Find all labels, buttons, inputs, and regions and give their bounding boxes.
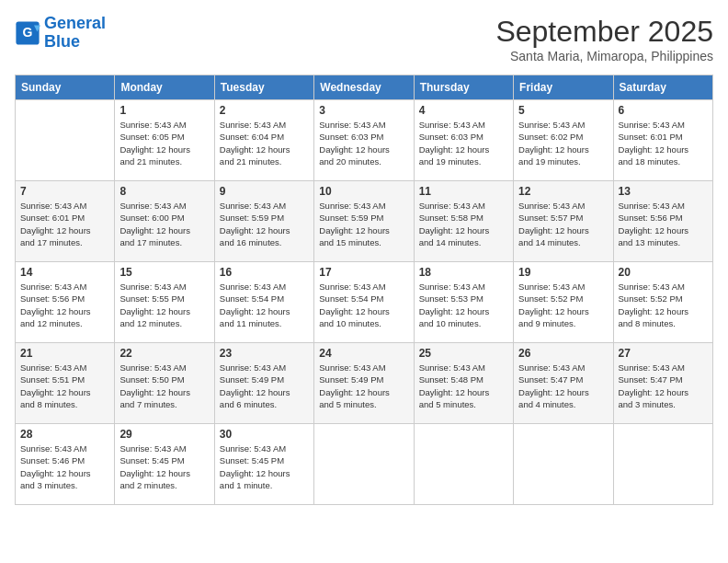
calendar-day-cell: 14Sunrise: 5:43 AM Sunset: 5:56 PM Dayli…: [16, 262, 115, 343]
calendar-day-cell: 25Sunrise: 5:43 AM Sunset: 5:48 PM Dayli…: [414, 343, 513, 424]
day-info: Sunrise: 5:43 AM Sunset: 5:46 PM Dayligh…: [20, 442, 109, 491]
calendar-day-cell: 26Sunrise: 5:43 AM Sunset: 5:47 PM Dayli…: [514, 343, 613, 424]
calendar-day-cell: 9Sunrise: 5:43 AM Sunset: 5:59 PM Daylig…: [214, 181, 313, 262]
calendar-day-cell: 1Sunrise: 5:43 AM Sunset: 6:05 PM Daylig…: [115, 100, 214, 181]
day-info: Sunrise: 5:43 AM Sunset: 5:56 PM Dayligh…: [20, 281, 109, 329]
svg-text:G: G: [23, 25, 33, 40]
day-number: 6: [619, 104, 708, 117]
day-info: Sunrise: 5:43 AM Sunset: 5:54 PM Dayligh…: [319, 281, 408, 329]
day-number: 19: [518, 266, 608, 279]
day-info: Sunrise: 5:43 AM Sunset: 5:45 PM Dayligh…: [119, 442, 209, 491]
day-number: 13: [619, 185, 708, 198]
logo: G General Blue: [15, 15, 106, 52]
day-info: Sunrise: 5:43 AM Sunset: 5:52 PM Dayligh…: [619, 281, 708, 329]
calendar-day-cell: 10Sunrise: 5:43 AM Sunset: 5:59 PM Dayli…: [314, 181, 414, 262]
calendar-day-cell: 23Sunrise: 5:43 AM Sunset: 5:49 PM Dayli…: [214, 343, 313, 424]
day-number: 26: [518, 347, 608, 360]
day-info: Sunrise: 5:43 AM Sunset: 6:05 PM Dayligh…: [119, 119, 209, 167]
calendar-week-row: 21Sunrise: 5:43 AM Sunset: 5:51 PM Dayli…: [16, 343, 713, 424]
logo-icon: G: [15, 20, 40, 46]
day-info: Sunrise: 5:43 AM Sunset: 5:55 PM Dayligh…: [119, 281, 209, 329]
day-info: Sunrise: 5:43 AM Sunset: 5:50 PM Dayligh…: [119, 362, 209, 410]
day-info: Sunrise: 5:43 AM Sunset: 6:03 PM Dayligh…: [319, 119, 408, 167]
calendar-week-row: 1Sunrise: 5:43 AM Sunset: 6:05 PM Daylig…: [16, 100, 713, 181]
calendar-day-cell: 22Sunrise: 5:43 AM Sunset: 5:50 PM Dayli…: [115, 343, 214, 424]
day-info: Sunrise: 5:43 AM Sunset: 6:03 PM Dayligh…: [419, 119, 508, 167]
calendar-day-cell: 20Sunrise: 5:43 AM Sunset: 5:52 PM Dayli…: [613, 262, 712, 343]
day-info: Sunrise: 5:43 AM Sunset: 5:45 PM Dayligh…: [220, 442, 309, 491]
logo-line2: Blue: [44, 33, 106, 52]
day-info: Sunrise: 5:43 AM Sunset: 5:54 PM Dayligh…: [220, 281, 309, 329]
calendar-day-cell: 6Sunrise: 5:43 AM Sunset: 6:01 PM Daylig…: [613, 100, 712, 181]
day-number: 18: [419, 266, 508, 279]
day-number: 15: [119, 266, 209, 279]
calendar-day-cell: 8Sunrise: 5:43 AM Sunset: 6:00 PM Daylig…: [115, 181, 214, 262]
calendar-day-cell: 19Sunrise: 5:43 AM Sunset: 5:52 PM Dayli…: [514, 262, 613, 343]
calendar-day-cell: 4Sunrise: 5:43 AM Sunset: 6:03 PM Daylig…: [414, 100, 513, 181]
calendar-table: SundayMondayTuesdayWednesdayThursdayFrid…: [15, 75, 713, 505]
calendar-day-cell: 27Sunrise: 5:43 AM Sunset: 5:47 PM Dayli…: [613, 343, 712, 424]
weekday-header-tuesday: Tuesday: [214, 75, 313, 100]
calendar-week-row: 7Sunrise: 5:43 AM Sunset: 6:01 PM Daylig…: [16, 181, 713, 262]
day-number: 28: [20, 428, 109, 441]
day-info: Sunrise: 5:43 AM Sunset: 6:04 PM Dayligh…: [220, 119, 309, 167]
logo-line1: General: [44, 14, 106, 32]
day-info: Sunrise: 5:43 AM Sunset: 5:56 PM Dayligh…: [619, 200, 708, 248]
day-number: 22: [119, 347, 209, 360]
location-subtitle: Santa Maria, Mimaropa, Philippines: [495, 49, 713, 63]
day-info: Sunrise: 5:43 AM Sunset: 5:53 PM Dayligh…: [419, 281, 508, 329]
day-number: 12: [518, 185, 608, 198]
day-number: 11: [419, 185, 508, 198]
day-info: Sunrise: 5:43 AM Sunset: 5:47 PM Dayligh…: [619, 362, 708, 410]
day-number: 14: [20, 266, 109, 279]
weekday-header-wednesday: Wednesday: [314, 75, 414, 100]
day-number: 21: [20, 347, 109, 360]
title-block: September 2025 Santa Maria, Mimaropa, Ph…: [495, 15, 713, 63]
day-number: 30: [220, 428, 309, 441]
calendar-day-cell: 13Sunrise: 5:43 AM Sunset: 5:56 PM Dayli…: [613, 181, 712, 262]
day-number: 4: [419, 104, 508, 117]
calendar-week-row: 28Sunrise: 5:43 AM Sunset: 5:46 PM Dayli…: [16, 424, 713, 505]
day-number: 29: [119, 428, 209, 441]
calendar-day-cell: 5Sunrise: 5:43 AM Sunset: 6:02 PM Daylig…: [514, 100, 613, 181]
calendar-day-cell: 7Sunrise: 5:43 AM Sunset: 6:01 PM Daylig…: [16, 181, 115, 262]
calendar-day-cell: [613, 424, 712, 505]
day-number: 10: [319, 185, 408, 198]
calendar-day-cell: 29Sunrise: 5:43 AM Sunset: 5:45 PM Dayli…: [115, 424, 214, 505]
weekday-header-thursday: Thursday: [414, 75, 513, 100]
calendar-day-cell: 16Sunrise: 5:43 AM Sunset: 5:54 PM Dayli…: [214, 262, 313, 343]
calendar-day-cell: 18Sunrise: 5:43 AM Sunset: 5:53 PM Dayli…: [414, 262, 513, 343]
day-number: 24: [319, 347, 408, 360]
calendar-day-cell: [314, 424, 414, 505]
calendar-week-row: 14Sunrise: 5:43 AM Sunset: 5:56 PM Dayli…: [16, 262, 713, 343]
day-number: 3: [319, 104, 408, 117]
day-info: Sunrise: 5:43 AM Sunset: 6:01 PM Dayligh…: [20, 200, 109, 248]
day-info: Sunrise: 5:43 AM Sunset: 5:52 PM Dayligh…: [518, 281, 608, 329]
calendar-day-cell: 24Sunrise: 5:43 AM Sunset: 5:49 PM Dayli…: [314, 343, 414, 424]
day-info: Sunrise: 5:43 AM Sunset: 5:47 PM Dayligh…: [518, 362, 608, 410]
calendar-day-cell: 17Sunrise: 5:43 AM Sunset: 5:54 PM Dayli…: [314, 262, 414, 343]
calendar-day-cell: [16, 100, 115, 181]
page-header: G General Blue September 2025 Santa Mari…: [15, 15, 713, 63]
weekday-header-sunday: Sunday: [16, 75, 115, 100]
calendar-day-cell: 15Sunrise: 5:43 AM Sunset: 5:55 PM Dayli…: [115, 262, 214, 343]
day-info: Sunrise: 5:43 AM Sunset: 6:02 PM Dayligh…: [518, 119, 608, 167]
day-info: Sunrise: 5:43 AM Sunset: 5:59 PM Dayligh…: [319, 200, 408, 248]
weekday-header-monday: Monday: [115, 75, 214, 100]
day-info: Sunrise: 5:43 AM Sunset: 5:49 PM Dayligh…: [220, 362, 309, 410]
day-number: 16: [220, 266, 309, 279]
calendar-day-cell: [514, 424, 613, 505]
day-number: 9: [220, 185, 309, 198]
day-info: Sunrise: 5:43 AM Sunset: 5:49 PM Dayligh…: [319, 362, 408, 410]
calendar-day-cell: 28Sunrise: 5:43 AM Sunset: 5:46 PM Dayli…: [16, 424, 115, 505]
day-info: Sunrise: 5:43 AM Sunset: 5:51 PM Dayligh…: [20, 362, 109, 410]
day-info: Sunrise: 5:43 AM Sunset: 6:01 PM Dayligh…: [619, 119, 708, 167]
day-info: Sunrise: 5:43 AM Sunset: 5:48 PM Dayligh…: [419, 362, 508, 410]
calendar-day-cell: 2Sunrise: 5:43 AM Sunset: 6:04 PM Daylig…: [214, 100, 313, 181]
calendar-day-cell: 30Sunrise: 5:43 AM Sunset: 5:45 PM Dayli…: [214, 424, 313, 505]
weekday-header-row: SundayMondayTuesdayWednesdayThursdayFrid…: [16, 75, 713, 100]
day-number: 7: [20, 185, 109, 198]
calendar-day-cell: 12Sunrise: 5:43 AM Sunset: 5:57 PM Dayli…: [514, 181, 613, 262]
calendar-day-cell: [414, 424, 513, 505]
calendar-day-cell: 21Sunrise: 5:43 AM Sunset: 5:51 PM Dayli…: [16, 343, 115, 424]
